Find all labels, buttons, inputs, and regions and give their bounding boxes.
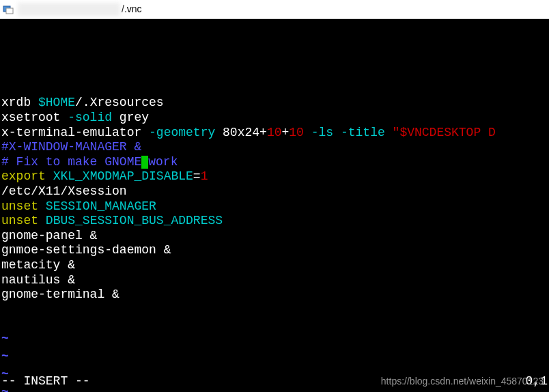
svg-rect-1 (6, 8, 13, 14)
code-token: work (148, 155, 178, 169)
title-obscured (18, 3, 120, 16)
app-icon (3, 4, 14, 15)
text-cursor (141, 156, 148, 169)
code-token: = (193, 169, 201, 183)
code-line[interactable]: metacity & (1, 258, 549, 273)
code-token: gnome-terminal & (1, 288, 119, 301)
code-token: #X-WINDOW-MANAGER & (1, 140, 141, 154)
code-token: # Fix to make GNOME (1, 155, 141, 169)
code-token (304, 126, 311, 139)
code-token: nautilus & (1, 273, 75, 287)
editor-top-gap (1, 50, 549, 66)
code-token: xrdb (1, 96, 38, 109)
code-token: $HOME (38, 96, 75, 109)
code-token: -title (341, 126, 385, 139)
empty-line-tilde: ~ (1, 350, 549, 367)
watermark-text: https://blog.csdn.net/weixin_45870123 (381, 374, 544, 389)
code-token: /etc/X11/Xsession (1, 184, 127, 198)
code-token: 80x24+ (215, 126, 267, 139)
code-token: gnome-panel & (1, 229, 97, 242)
code-token: unset (1, 199, 38, 213)
code-token (38, 199, 46, 213)
code-token: xsetroot (1, 111, 68, 124)
code-token: DBUS_SESSION_BUS_ADDRESS (46, 214, 223, 227)
code-token: SESSION_MANAGER (46, 199, 156, 213)
code-token (38, 214, 46, 227)
code-line[interactable]: unset DBUS_SESSION_BUS_ADDRESS (1, 214, 549, 229)
code-line[interactable]: # Fix to make GNOMEwork (1, 155, 549, 170)
empty-line-tilde: ~ (1, 332, 549, 350)
editor-content[interactable]: xrdb $HOME/.Xresourcesxsetroot -solid gr… (1, 96, 549, 302)
code-token: XKL_XMODMAP_DISABLE (53, 169, 193, 183)
code-line[interactable]: xrdb $HOME/.Xresources (1, 96, 549, 111)
code-token: -solid (68, 111, 112, 124)
code-line[interactable]: x-terminal-emulator -geometry 80x24+10+1… (1, 126, 549, 141)
code-line[interactable]: xsetroot -solid grey (1, 111, 549, 126)
window-title-path: /.vnc (122, 2, 142, 17)
code-line[interactable]: #X-WINDOW-MANAGER & (1, 140, 549, 155)
code-token: gnmoe-settings-daemon & (1, 243, 171, 257)
code-token: -ls (311, 126, 333, 139)
code-token (333, 126, 341, 139)
code-token: export (1, 169, 46, 183)
code-line[interactable]: gnmoe-settings-daemon & (1, 243, 549, 258)
code-token: /.Xresources (75, 96, 164, 109)
code-token: 10 (267, 126, 282, 139)
code-token: 1 (201, 169, 208, 183)
code-token (46, 169, 53, 183)
code-token: "$VNCDESKTOP D (393, 126, 496, 139)
code-token: unset (1, 214, 38, 227)
window-titlebar: /.vnc (0, 0, 549, 19)
code-token: metacity & (1, 258, 75, 272)
terminal-editor[interactable]: xrdb $HOME/.Xresourcesxsetroot -solid gr… (0, 19, 549, 392)
code-line[interactable]: nautilus & (1, 273, 549, 288)
code-line[interactable]: gnome-panel & (1, 229, 549, 244)
code-token: x-terminal-emulator (1, 126, 149, 139)
editor-mode-indicator: -- INSERT -- (1, 374, 90, 389)
code-line[interactable]: /etc/X11/Xsession (1, 184, 549, 199)
code-token (385, 126, 393, 139)
code-line[interactable]: gnome-terminal & (1, 288, 549, 303)
code-token: + (282, 126, 290, 139)
code-line[interactable]: unset SESSION_MANAGER (1, 199, 549, 214)
code-line[interactable]: export XKL_XMODMAP_DISABLE=1 (1, 169, 549, 184)
code-token: -geometry (149, 126, 215, 139)
code-token: grey (112, 111, 149, 124)
code-token: 10 (289, 126, 304, 139)
